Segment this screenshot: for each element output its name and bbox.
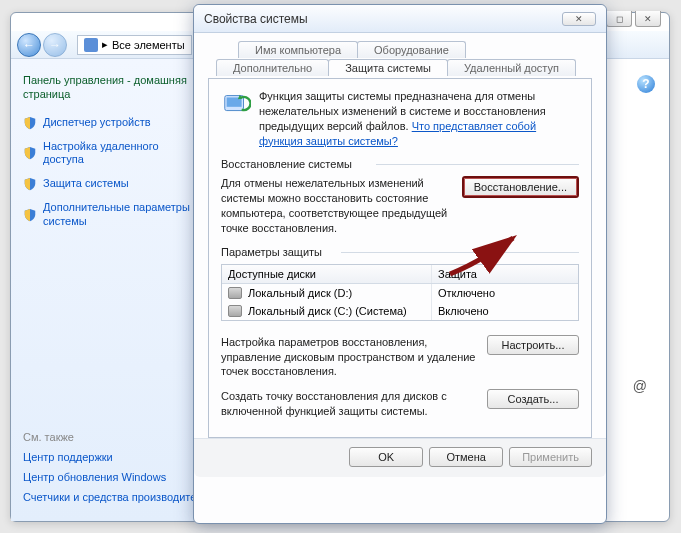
configure-button[interactable]: Настроить... <box>487 335 579 355</box>
info-text: Функция защиты системы предназначена для… <box>259 89 579 148</box>
breadcrumb-label: Все элементы <box>112 39 185 51</box>
shield-icon <box>23 116 37 130</box>
tab-hardware[interactable]: Оборудование <box>357 41 466 58</box>
params-group-label: Параметры защиты <box>221 246 579 258</box>
cancel-button[interactable]: Отмена <box>429 447 503 467</box>
sidebar-item-device-manager[interactable]: Диспетчер устройств <box>23 116 199 130</box>
ok-button[interactable]: OK <box>349 447 423 467</box>
restore-icon <box>221 89 251 119</box>
breadcrumb-icon <box>84 38 98 52</box>
configure-description: Настройка параметров восстановления, упр… <box>221 335 477 380</box>
tab-advanced[interactable]: Дополнительно <box>216 59 329 76</box>
tab-panel: Функция защиты системы предназначена для… <box>208 78 592 438</box>
maximize-button[interactable]: ◻ <box>606 11 632 27</box>
tab-strip: Имя компьютера Оборудование Дополнительн… <box>208 41 592 79</box>
restore-description: Для отмены нежелательных изменений систе… <box>221 176 452 235</box>
dialog-close-button[interactable]: ✕ <box>562 12 596 26</box>
restore-group-label: Восстановление системы <box>221 158 579 170</box>
col-disks[interactable]: Доступные диски <box>222 265 432 283</box>
nav-back-button[interactable]: ← <box>17 33 41 57</box>
close-button[interactable]: ✕ <box>635 11 661 27</box>
shield-icon <box>23 177 37 191</box>
apply-button[interactable]: Применить <box>509 447 592 467</box>
breadcrumb[interactable]: ▸ Все элементы <box>77 35 192 55</box>
sidebar-item-remote[interactable]: Настройка удаленного доступа <box>23 140 199 168</box>
col-protection[interactable]: Защита <box>432 265 572 283</box>
shield-icon <box>23 146 37 160</box>
dialog-titlebar: Свойства системы ✕ <box>194 5 606 33</box>
dialog-title: Свойства системы <box>204 12 308 26</box>
disk-icon <box>228 305 242 317</box>
tab-remote[interactable]: Удаленный доступ <box>447 59 576 76</box>
sidebar-title: Панель управления - домашняя страница <box>23 73 199 102</box>
dialog-button-row: OK Отмена Применить <box>194 438 606 477</box>
table-row[interactable]: Локальный диск (C:) (Система) Включено <box>222 302 578 320</box>
tab-system-protection[interactable]: Защита системы <box>328 59 448 76</box>
table-row[interactable]: Локальный диск (D:) Отключено <box>222 284 578 302</box>
create-button[interactable]: Создать... <box>487 389 579 409</box>
nav-forward-button[interactable]: → <box>43 33 67 57</box>
sidebar-item-protection[interactable]: Защита системы <box>23 177 199 191</box>
sidebar-item-advanced[interactable]: Дополнительные параметры системы <box>23 201 199 229</box>
create-description: Создать точку восстановления для дисков … <box>221 389 477 419</box>
sidebar: Панель управления - домашняя страница Ди… <box>11 59 211 521</box>
tab-computer-name[interactable]: Имя компьютера <box>238 41 358 58</box>
disk-table: Доступные диски Защита Локальный диск (D… <box>221 264 579 321</box>
disk-icon <box>228 287 242 299</box>
shield-icon <box>23 208 37 222</box>
system-properties-dialog: Свойства системы ✕ Имя компьютера Оборуд… <box>193 4 607 524</box>
restore-button[interactable]: Восстановление... <box>462 176 579 198</box>
